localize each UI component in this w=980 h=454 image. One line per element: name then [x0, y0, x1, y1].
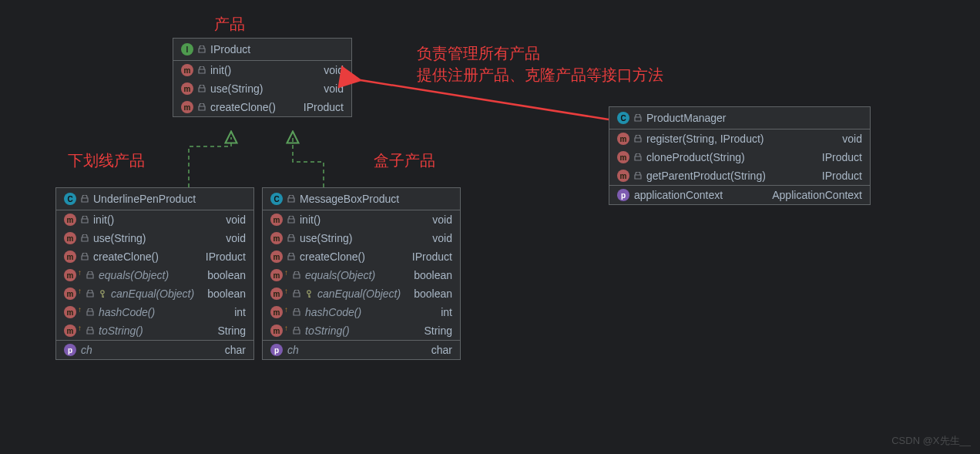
method-signature: init() — [300, 214, 321, 226]
annotation-manager-line1: 负责管理所有产品 — [417, 43, 540, 64]
method-signature: canEqual(Object) — [317, 288, 401, 300]
annotation-manager-line2: 提供注册产品、克隆产品等接口方法 — [417, 65, 663, 86]
annotation-product: 产品 — [214, 14, 245, 35]
field-type: char — [225, 344, 246, 356]
method-signature: createClone() — [210, 101, 276, 113]
lock-icon — [293, 271, 300, 279]
property-icon: p — [617, 189, 629, 201]
lock-icon — [81, 253, 89, 261]
method-icon: m — [181, 101, 193, 113]
class-title: UnderlinePenProduct — [93, 193, 196, 205]
field-type: ApplicationContext — [772, 189, 862, 201]
method-return: void — [324, 64, 344, 76]
svg-point-0 — [101, 291, 104, 294]
uml-method-row: mgetParentProduct(String)IProduct — [609, 166, 870, 185]
method-return: IProduct — [206, 251, 246, 263]
svg-point-1 — [307, 291, 310, 294]
class-title: IProduct — [210, 43, 250, 55]
method-return: boolean — [207, 269, 246, 281]
uml-method-row: minit()void — [173, 61, 351, 79]
method-signature: init() — [210, 64, 231, 76]
method-return: boolean — [414, 269, 452, 281]
uml-method-row: m↑canEqual(Object)boolean — [263, 284, 460, 303]
method-signature: hashCode() — [305, 306, 361, 318]
method-icon: m — [64, 251, 76, 263]
lock-icon — [86, 290, 94, 298]
method-signature: equals(Object) — [305, 269, 375, 281]
up-modifier-icon: ↑ — [284, 268, 288, 277]
method-return: String — [217, 325, 246, 337]
uml-box-iproduct: I IProduct minit()voidmuse(String)voidmc… — [173, 38, 352, 117]
method-icon: m — [64, 325, 76, 337]
uml-header: I IProduct — [173, 39, 351, 61]
uml-field-row: p applicationContext ApplicationContext — [609, 185, 870, 204]
lock-icon — [287, 234, 295, 242]
method-signature: toString() — [99, 325, 143, 337]
method-return: int — [234, 306, 246, 318]
method-return: void — [324, 82, 344, 95]
method-signature: register(String, IProduct) — [646, 133, 764, 145]
method-icon: m — [617, 170, 629, 182]
uml-method-row: m↑equals(Object)boolean — [263, 266, 460, 284]
class-title: ProductManager — [646, 112, 727, 124]
method-return: IProduct — [304, 101, 344, 113]
method-icon: m — [64, 288, 76, 300]
lock-icon — [293, 327, 300, 335]
method-return: void — [226, 214, 246, 226]
method-return: IProduct — [412, 251, 452, 263]
lock-icon — [198, 103, 206, 111]
lock-icon — [86, 327, 94, 335]
method-signature: canEqual(Object) — [111, 288, 194, 300]
key-icon — [99, 289, 106, 298]
method-return: void — [432, 232, 452, 244]
uml-method-row: m↑hashCode()int — [263, 303, 460, 321]
method-signature: createClone() — [300, 251, 365, 263]
uml-field-row: p ch char — [263, 340, 460, 359]
method-signature: use(String) — [93, 232, 146, 244]
uml-method-row: minit()void — [263, 210, 460, 229]
method-signature: createClone() — [93, 251, 159, 263]
field-name: applicationContext — [634, 189, 723, 201]
up-modifier-icon: ↑ — [78, 268, 82, 277]
method-signature: init() — [93, 214, 114, 226]
method-icon: m — [270, 269, 283, 281]
uml-method-row: muse(String)void — [263, 229, 460, 247]
method-icon: m — [270, 232, 283, 244]
lock-icon — [81, 216, 89, 224]
field-name: ch — [287, 344, 299, 356]
lock-icon — [293, 308, 300, 316]
up-modifier-icon: ↑ — [78, 305, 82, 314]
lock-icon — [287, 216, 295, 224]
method-return: void — [842, 133, 862, 145]
lock-icon — [198, 45, 206, 53]
method-icon: m — [617, 151, 629, 163]
method-return: void — [432, 214, 452, 226]
up-modifier-icon: ↑ — [78, 324, 82, 332]
method-signature: hashCode() — [99, 306, 155, 318]
class-icon: C — [64, 193, 76, 205]
method-return: int — [441, 306, 452, 318]
method-signature: toString() — [305, 325, 350, 337]
method-return: boolean — [414, 288, 452, 300]
method-return: void — [226, 232, 246, 244]
property-icon: p — [64, 344, 76, 356]
uml-method-row: mcreateClone()IProduct — [56, 247, 253, 266]
lock-icon — [198, 85, 206, 92]
method-signature: cloneProduct(String) — [646, 151, 745, 163]
method-icon: m — [181, 64, 193, 76]
uml-method-row: m↑hashCode()int — [56, 303, 253, 321]
method-icon: m — [270, 251, 283, 263]
class-title: MessageBoxProduct — [300, 193, 399, 205]
method-return: IProduct — [822, 151, 862, 163]
field-type: char — [431, 344, 452, 356]
method-signature: equals(Object) — [99, 269, 169, 281]
method-signature: use(String) — [300, 232, 352, 244]
method-return: IProduct — [822, 170, 862, 182]
method-icon: m — [64, 214, 76, 226]
uml-header: C MessageBoxProduct — [263, 188, 460, 210]
uml-method-row: m↑equals(Object)boolean — [56, 266, 253, 284]
field-name: ch — [81, 344, 92, 356]
uml-box-manager: C ProductManager mregister(String, IProd… — [609, 106, 871, 205]
method-icon: m — [64, 232, 76, 244]
uml-method-row: mcreateClone()IProduct — [263, 247, 460, 266]
